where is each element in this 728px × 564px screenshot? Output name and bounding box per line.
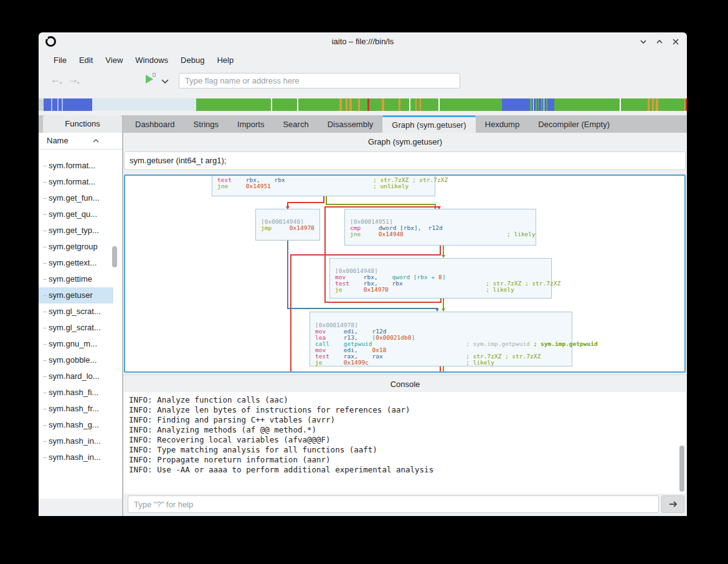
debug-play-button[interactable] xyxy=(146,74,154,84)
console-log-line: INFO: Analyze len bytes of instructions … xyxy=(124,405,686,415)
menu-file[interactable]: File xyxy=(47,54,73,67)
flag-search-input[interactable] xyxy=(179,73,460,88)
seekbar-segment xyxy=(658,98,669,111)
asm-line: jmp 0x14978 xyxy=(256,225,319,231)
seekbar-segment xyxy=(669,98,684,111)
tab-disassembly[interactable]: Disassembly xyxy=(318,115,383,133)
minimize-button[interactable] xyxy=(636,35,651,49)
function-list-item[interactable]: sym.get_typ... xyxy=(39,222,113,239)
function-list-item[interactable]: sym.gl_scrat... xyxy=(39,304,113,320)
graph-edge xyxy=(290,254,441,256)
menubar: FileEditViewWindowsDebugHelp xyxy=(39,51,687,69)
console-send-button[interactable] xyxy=(661,495,684,513)
asm-comment: ; likely xyxy=(507,231,536,237)
asm-token: je xyxy=(335,286,342,293)
graph-edge xyxy=(287,308,438,309)
graph-node[interactable]: [0x00014948]mov rbx, qword [rbx + 8]test… xyxy=(329,258,552,299)
menu-edit[interactable]: Edit xyxy=(73,54,99,67)
function-list-item[interactable]: sym.gettime xyxy=(39,271,113,287)
function-list: sym.format...sym.format...sym.get_fun...… xyxy=(39,150,122,499)
graph-node[interactable]: [0x00014951]cmp dword [rbx], r12djne 0x1… xyxy=(344,209,536,246)
close-button[interactable] xyxy=(668,35,683,49)
graph-edge xyxy=(287,202,324,203)
graph-edge-arrow xyxy=(437,206,441,209)
forward-button[interactable]: →⌄ xyxy=(65,72,81,87)
chevron-down-icon: ⌄ xyxy=(59,75,63,89)
chevron-down-icon xyxy=(640,38,647,45)
function-list-item[interactable]: sym.format... xyxy=(39,158,113,174)
graph-viewport[interactable]: test rbx, rbx; str.7zXZ ; str.7zXZjne 0x… xyxy=(124,174,686,373)
maximize-button[interactable] xyxy=(652,35,667,49)
console-command-input[interactable] xyxy=(128,495,659,513)
console-log-line: INFO: Use -AA or aaaa to perform additio… xyxy=(124,465,686,475)
tab-decompiler-empty-[interactable]: Decompiler (Empty) xyxy=(529,115,619,133)
asm-token: ; likely xyxy=(466,359,494,366)
function-list-item[interactable]: sym.hash_fi... xyxy=(39,385,113,401)
tab-search[interactable]: Search xyxy=(273,115,318,133)
function-list-item[interactable]: sym.hard_lo... xyxy=(39,368,113,385)
asm-token: ] xyxy=(411,334,415,341)
functions-tabstrip: Functions xyxy=(39,115,122,133)
seekbar-segment xyxy=(196,98,271,111)
asm-comment: ; likely xyxy=(466,360,494,366)
asm-token xyxy=(228,183,246,189)
window-title: iaito – file:///bin/ls xyxy=(39,32,687,51)
menu-help[interactable]: Help xyxy=(210,54,240,67)
asm-token xyxy=(322,359,343,366)
tab-strings[interactable]: Strings xyxy=(184,115,228,133)
function-list-item[interactable]: sym.format... xyxy=(39,174,113,190)
seekbar-segment xyxy=(39,98,44,111)
address-seekbar[interactable] xyxy=(39,98,687,111)
function-list-item[interactable]: sym.getuser xyxy=(39,287,113,304)
asm-token xyxy=(272,224,290,231)
seekbar-segment xyxy=(440,98,463,111)
function-list-item[interactable]: sym.get_qu... xyxy=(39,206,113,222)
function-list-item[interactable]: sym.hash_in... xyxy=(39,433,113,449)
graph-canvas: test rbx, rbx; str.7zXZ ; str.7zXZjne 0x… xyxy=(125,176,684,371)
seekbar-segment xyxy=(360,98,367,111)
asm-token: ; sym.imp.getpwuid xyxy=(534,340,598,347)
console-scrollbar-thumb[interactable] xyxy=(679,446,684,492)
function-list-item[interactable]: sym.gnu_m... xyxy=(39,336,113,352)
tab-graph-sym-getuser-[interactable]: Graph (sym.getuser) xyxy=(382,115,475,133)
menu-windows[interactable]: Windows xyxy=(129,54,174,67)
menu-debug[interactable]: Debug xyxy=(174,54,210,67)
console-log[interactable]: INFO: Analyze function calls (aac)INFO: … xyxy=(124,392,686,494)
play-dropdown-button[interactable] xyxy=(161,76,169,87)
function-list-item[interactable]: sym.hash_g... xyxy=(39,417,113,433)
menu-view[interactable]: View xyxy=(99,54,129,67)
graph-edge-arrow xyxy=(286,206,290,209)
function-list-item[interactable]: sym.gl_scrat... xyxy=(39,320,113,336)
graph-edge xyxy=(290,254,291,373)
function-list-item[interactable]: sym.hash_in... xyxy=(39,449,113,466)
function-list-scrollbar-thumb[interactable] xyxy=(112,246,117,267)
graph-edge xyxy=(440,366,441,373)
seekbar-segment xyxy=(400,98,409,111)
function-list-item[interactable]: sym.hash_fr... xyxy=(39,401,113,417)
back-button[interactable]: ←⌄ xyxy=(47,72,64,87)
tab-hexdump[interactable]: Hexdump xyxy=(476,115,529,133)
graph-panel-title: Graph (sym.getuser) xyxy=(123,133,687,150)
function-signature: sym.getuser (int64_t arg1); xyxy=(124,151,686,170)
asm-token: 0x14948 xyxy=(379,231,404,237)
function-list-item[interactable]: sym.gobble... xyxy=(39,352,113,368)
seekbar-segment xyxy=(410,98,415,111)
tab-dashboard[interactable]: Dashboard xyxy=(126,115,184,133)
name-column-label: Name xyxy=(47,136,69,145)
name-column-header[interactable]: Name xyxy=(39,133,122,150)
function-list-item[interactable]: sym.getgroup xyxy=(39,239,113,255)
function-list-item[interactable]: sym.get_fun... xyxy=(39,190,113,206)
asm-token xyxy=(361,231,379,237)
tab-functions[interactable]: Functions xyxy=(43,115,122,133)
function-list-item[interactable]: sym.gettext... xyxy=(39,255,113,271)
graph-node[interactable]: [0x00014978]mov edi, r12dlea r13, [0x000… xyxy=(310,312,572,366)
graph-node[interactable]: [0x00014940]jmp 0x14978 xyxy=(255,209,320,241)
seekbar-segment xyxy=(352,98,358,111)
console-log-line: INFO: Propagate noreturn information (aa… xyxy=(124,455,686,465)
main-area: DashboardStringsImportsSearchDisassembly… xyxy=(123,115,687,516)
seekbar-segment xyxy=(369,98,382,111)
tab-imports[interactable]: Imports xyxy=(228,115,273,133)
asm-line: jne 0x14951; unlikely xyxy=(212,183,435,189)
asm-token: ; unlikely xyxy=(373,183,409,189)
graph-node[interactable]: test rbx, rbx; str.7zXZ ; str.7zXZjne 0x… xyxy=(212,174,435,196)
